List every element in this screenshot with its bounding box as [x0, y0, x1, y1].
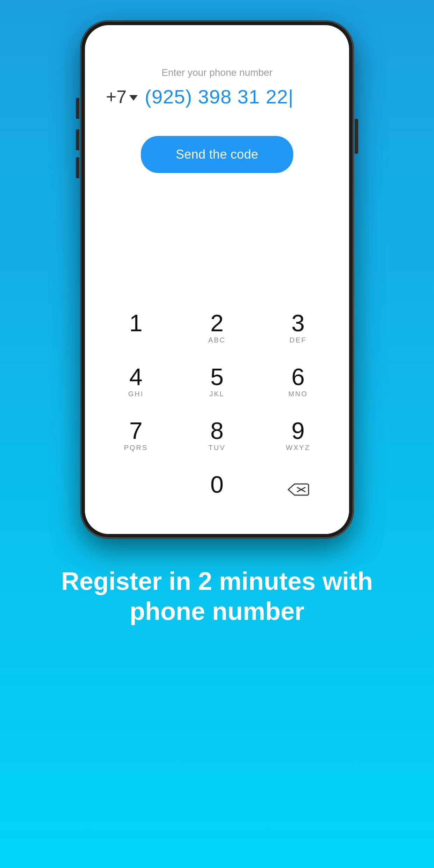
numpad-key-3[interactable]: 3 DEF: [258, 301, 339, 355]
key-sub-6: MNO: [288, 390, 308, 399]
numpad-key-0[interactable]: 0: [176, 463, 258, 516]
numpad-key-7[interactable]: 7 PQRS: [95, 409, 176, 463]
numpad-key-6[interactable]: 6 MNO: [258, 355, 339, 409]
numpad-key-backspace[interactable]: [258, 463, 339, 516]
numpad: 1 2 ABC 3 DEF: [85, 294, 349, 534]
country-code-value: +7: [106, 86, 126, 107]
numpad-grid: 1 2 ABC 3 DEF: [95, 301, 339, 516]
numpad-key-9[interactable]: 9 WXYZ: [258, 409, 339, 463]
key-main-8: 8: [210, 419, 224, 442]
key-sub-5: JKL: [209, 390, 224, 399]
phone-input-label: Enter your phone number: [106, 67, 328, 78]
key-main-5: 5: [210, 365, 224, 389]
register-line1: Register in 2 minutes with phone number: [61, 566, 373, 627]
numpad-key-1[interactable]: 1: [95, 301, 176, 355]
key-main-2: 2: [210, 311, 224, 335]
numpad-key-5[interactable]: 5 JKL: [176, 355, 258, 409]
key-sub-8: TUV: [209, 444, 226, 453]
send-code-button[interactable]: Send the code: [141, 136, 293, 173]
dropdown-arrow-icon: [129, 95, 138, 101]
numpad-key-2[interactable]: 2 ABC: [176, 301, 258, 355]
phone-input-row: +7 (925) 398 31 22|: [106, 85, 328, 108]
backspace-icon: [287, 481, 309, 498]
key-main-0: 0: [210, 472, 224, 496]
key-sub-9: WXYZ: [286, 444, 310, 453]
key-main-4: 4: [129, 365, 143, 389]
country-code-selector[interactable]: +7: [106, 86, 138, 107]
numpad-key-empty: [95, 463, 176, 516]
key-sub-7: PQRS: [124, 444, 148, 453]
key-sub-2: ABC: [208, 336, 226, 345]
key-main-6: 6: [291, 365, 305, 389]
phone-input-area: Enter your phone number +7 (925) 398 31 …: [85, 53, 349, 118]
numpad-key-4[interactable]: 4 GHI: [95, 355, 176, 409]
phone-device: Enter your phone number +7 (925) 398 31 …: [81, 21, 353, 538]
key-main-1: 1: [129, 311, 143, 335]
phone-body: Enter your phone number +7 (925) 398 31 …: [81, 21, 353, 538]
key-sub-3: DEF: [290, 336, 307, 345]
phone-number-input[interactable]: (925) 398 31 22|: [145, 85, 294, 108]
phone-screen: Enter your phone number +7 (925) 398 31 …: [85, 25, 349, 534]
screen-content: Enter your phone number +7 (925) 398 31 …: [85, 25, 349, 534]
numpad-key-8[interactable]: 8 TUV: [176, 409, 258, 463]
key-sub-4: GHI: [128, 390, 144, 399]
key-main-9: 9: [291, 419, 305, 442]
spacer: [85, 183, 349, 294]
bottom-text-area: Register in 2 minutes with phone number: [26, 538, 408, 668]
key-main-7: 7: [129, 419, 143, 442]
key-main-3: 3: [291, 311, 305, 335]
send-button-area: Send the code: [85, 118, 349, 183]
